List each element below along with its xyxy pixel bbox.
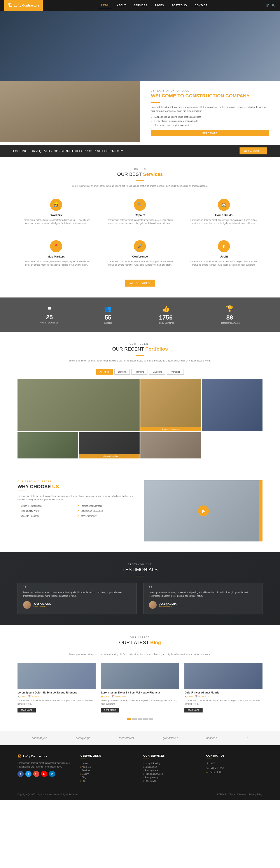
footer-terms[interactable]: Terms of Service [229,793,246,796]
portfolio-item-3[interactable] [202,379,262,431]
footer-service-construction[interactable]: Construction [143,766,200,768]
filter-all[interactable]: All Project [96,369,113,375]
footer-link-blog[interactable]: Blog [81,776,137,779]
footer-privacy[interactable]: Privacy Policy [249,793,262,796]
footer-service-planning[interactable]: Floor planning [143,776,200,779]
check-icon-w3: ✔ [18,510,19,512]
stat-experts-number: 55 [104,314,112,321]
page-2[interactable] [132,718,137,720]
testi-avatar-2 [149,601,157,609]
stat-awards-label: Professional Awards [220,322,240,324]
social-twitter[interactable]: t [25,771,31,777]
footer-link-about[interactable]: About Us [81,766,137,768]
portfolio-item-5[interactable]: Business Financing [79,432,140,459]
about-check-3: ✔ Sed posuere amet sapien ipsum elit [151,124,269,127]
service-workers-title: Workers [22,213,90,217]
blog-readmore-2[interactable]: Read more [101,708,119,712]
footer-link-faq[interactable]: Faq [81,780,137,782]
social-facebook[interactable]: f [18,771,24,777]
footer-sitemap[interactable]: SITEMAP [216,793,226,796]
footer-copyright: Copyright @ 2015 Lofty Contractors theme… [18,793,78,796]
check-icon-w1: ✔ [18,505,19,507]
partner-envato: ✦ [246,736,248,740]
footer-service-flooring[interactable]: Flooring Care [143,769,200,772]
testi-author-2: JESSICA JENK Lorem phasim [149,601,257,609]
blog-grid: Lorem Ipsum Dolor Sit Sem Vel Neque Rhon… [18,663,262,713]
social-google[interactable]: g+ [33,771,39,777]
about-content: 24 YEARS OF EXPERIENCE WELCOME TO CONSTR… [140,81,280,145]
stat-awards: 🏆 88 Professional Awards [220,305,240,324]
about-title: WELCOME TO CONSTRUCTION COMPANY [151,93,269,99]
footer-service-plumbing[interactable]: Plumbing Services [143,773,200,775]
footer-grid: 🏗 Lofty Contractors Lorem ipsum dolor si… [18,754,262,783]
nav-pages[interactable]: PAGES [153,3,165,8]
about-text: Lorem dolor sit amet, consectetur adipis… [151,105,269,113]
nav-about[interactable]: ABOUT [115,3,128,8]
portfolio-item-2[interactable]: Business Financing [140,379,201,431]
search-icon[interactable]: 🔍 [272,4,276,7]
all-services-button[interactable]: All Services [125,280,155,286]
social-linkedin[interactable]: in [49,771,55,777]
logo[interactable]: 🏗 Lofty Contractors [4,0,43,11]
portfolio-filters: All Project Branding Financing Marketing… [18,369,262,375]
footer-link-home[interactable]: Home [81,762,137,765]
testi-card-1: " Lorem ipsum dolor sit amet, consectetu… [18,583,137,614]
page-3[interactable] [138,718,142,720]
filter-promotion[interactable]: Promotion [167,369,184,375]
footer-services-title: OUR SERVICES [143,754,200,759]
blog-readmore-1[interactable]: Read more [18,708,36,712]
filter-financing[interactable]: Financing [132,369,147,375]
service-home-builds: 🏠 Home Builds Lorem ipsum dolor sit amet… [185,194,262,229]
portfolio-label-5: Business Financing [79,454,140,459]
nav-services[interactable]: SERVICES [132,3,149,8]
footer-link-gallery[interactable]: Gallery [81,773,137,775]
footer-link-services[interactable]: Services [81,769,137,772]
testi-name-2: JESSICA JENK [159,602,176,605]
testi-name-1: JESSICA JENK [33,602,51,605]
play-button[interactable]: ▶ [198,505,209,516]
blog-meta-3: ✍ Admin 📅 25 Dec 2000 [185,695,262,698]
testi-card-2: " Lorem ipsum dolor sit amet, consectetu… [143,583,262,614]
portfolio-item-1[interactable] [18,379,140,431]
partner-themeforest: themeforest [119,736,134,740]
blog-readmore-3[interactable]: Read more [185,708,202,712]
services-desc: Lorem ipsum dolor sit amet, consectetur … [63,184,217,188]
check-icon-2: ✔ [151,120,153,123]
read-more-button[interactable]: Read More [151,130,269,136]
service-home-text: Lorem ipsum dolor sit amet, consectetur … [190,218,258,225]
phone-icon: 📞 [206,767,209,769]
nav-portfolio[interactable]: PORTFOLIO [170,3,189,8]
footer-bottom-links: SITEMAP Terms of Service Privacy Policy [216,793,262,796]
filter-branding[interactable]: Branding [114,369,130,375]
service-map-title: Map Markers [22,255,90,258]
service-uplift: ⬆ UpLift Lorem ipsum dolor sit amet, con… [185,236,262,271]
logo-text: Lofty Contractors [14,4,39,7]
testi-role-1: Lorem phasim [33,605,51,607]
footer-service-lifting[interactable]: Lifting & Placing [143,762,200,765]
service-repairs: 🔧 Repairs Lorem ipsum dolor sit amet, co… [101,194,178,229]
page-5[interactable] [149,718,153,720]
service-uplift-text: Lorem ipsum dolor sit amet, consectetur … [190,260,258,267]
page-4[interactable] [143,718,148,720]
footer-address: 📍 XXX [206,762,263,765]
page-1[interactable] [127,718,131,720]
cart-icon[interactable]: 🛒 [265,4,269,7]
map-icon: 📍 [53,244,59,249]
blog-desc: Lorem ipsum dolor sit amet, consectetur … [63,653,217,656]
testimonials-section: TESTIMONIALS TESTIMONIALS " Lorem ipsum … [0,552,280,625]
footer: 🏗 Lofty Contractors Lorem ipsum dolor si… [0,745,280,800]
nav-home[interactable]: HOME [99,3,111,8]
services-title: OUR BEST Services [18,172,262,177]
social-youtube[interactable]: ▶ [41,771,47,777]
portfolio-item-4[interactable] [18,432,78,459]
nav-contact[interactable]: CONTACT [193,3,209,8]
partner-3docean: 3docean [206,736,217,740]
portfolio-item-6[interactable] [140,432,201,459]
blog-author-1: ✍ Admin [18,695,26,698]
cta-button[interactable]: Get A Quote [240,148,267,154]
footer-logo: 🏗 Lofty Contractors [18,754,74,758]
footer-service-fence[interactable]: Fence given [143,780,200,782]
service-map-icon-bg: 📍 [50,240,62,252]
service-repairs-title: Repairs [106,213,174,217]
filter-marketing[interactable]: Marketing [149,369,165,375]
